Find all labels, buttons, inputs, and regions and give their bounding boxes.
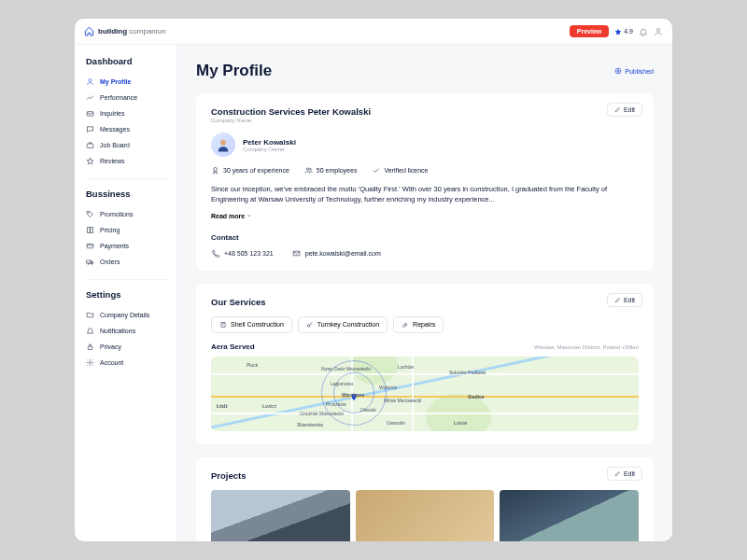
- sidebar-item-pricing[interactable]: Pricing: [86, 222, 169, 238]
- main-content: My Profile Published Edit Construction S…: [177, 45, 672, 541]
- stat-licence: Verified licence: [372, 166, 428, 175]
- map-city: Sokołów Podlaski: [449, 370, 486, 375]
- sidebar-item-label: Reviews: [100, 158, 124, 164]
- edit-projects-button[interactable]: Edit: [607, 467, 642, 481]
- award-icon: [211, 166, 219, 175]
- people-icon: [304, 166, 313, 175]
- sidebar-item-performance[interactable]: Performance: [86, 90, 169, 105]
- project-thumbnail[interactable]: [500, 490, 639, 542]
- service-chip[interactable]: Repairs: [393, 316, 444, 333]
- company-card: Edit Construction Services Peter Kowalsk…: [196, 93, 654, 271]
- company-name-sub: Company Name: [211, 118, 639, 123]
- sidebar-item-label: Payments: [100, 243, 129, 249]
- pencil-icon: [614, 470, 621, 477]
- read-more-link[interactable]: Read more: [211, 213, 252, 219]
- sidebar-item-label: Performance: [100, 94, 137, 101]
- user-icon: [86, 77, 94, 86]
- bell-icon: [639, 27, 648, 36]
- nav-header-dashboard: Dashboard: [86, 56, 169, 66]
- svg-point-12: [220, 140, 226, 146]
- star-icon: [86, 157, 94, 165]
- person-photo-icon: [215, 136, 232, 153]
- check-icon: [372, 166, 380, 175]
- map-road: [211, 373, 639, 375]
- sidebar-item-my-profile[interactable]: My Profile: [86, 74, 169, 90]
- stat-label: 50 employees: [317, 167, 358, 174]
- sidebar-item-job-board[interactable]: Job Board: [86, 137, 169, 153]
- notifications-button[interactable]: [639, 23, 648, 40]
- nav-header-business: Bussiness: [86, 189, 169, 199]
- area-served-label: Aera Served: [211, 343, 255, 351]
- sidebar-item-account[interactable]: Account: [86, 355, 169, 371]
- stat-label: 30 years of experience: [223, 167, 289, 174]
- sidebar-item-payments[interactable]: Payments: [86, 238, 169, 254]
- map-city: Legionowo: [331, 381, 353, 386]
- sidebar-item-label: Privacy: [100, 343, 121, 350]
- svg-point-4: [89, 213, 90, 214]
- sidebar-item-label: Promotions: [100, 211, 133, 217]
- sidebar-item-company-details[interactable]: Company Details: [86, 307, 169, 323]
- rating-value: 4.9: [624, 28, 633, 35]
- owner-name: Peter Kowalski: [243, 138, 296, 147]
- contact-email: pete.kowalski@email.com: [292, 249, 381, 258]
- published-badge: Published: [614, 67, 654, 75]
- nav-divider: [86, 279, 169, 280]
- map-city: Łuków: [454, 420, 467, 426]
- nav-header-settings: Settings: [86, 289, 169, 300]
- map-city: Lochów: [398, 364, 414, 370]
- sidebar-item-label: Notifications: [100, 328, 135, 334]
- contact-label: Contact: [211, 233, 639, 242]
- published-label: Published: [625, 68, 654, 75]
- account-button[interactable]: [654, 23, 663, 40]
- preview-button[interactable]: Preview: [570, 25, 609, 37]
- map-city: Otwock: [360, 407, 376, 413]
- sidebar-item-reviews[interactable]: Reviews: [86, 153, 169, 169]
- phone-icon: [211, 249, 219, 258]
- sidebar-item-privacy[interactable]: Privacy: [86, 339, 169, 355]
- topbar: building companion Preview 4.9: [75, 19, 672, 45]
- inbox-icon: [86, 109, 94, 118]
- map-highway: [211, 396, 639, 398]
- project-thumbnail[interactable]: [211, 490, 350, 542]
- sidebar-item-label: Company Details: [100, 312, 149, 318]
- sidebar-item-orders[interactable]: Orders: [86, 254, 169, 270]
- area-served-map[interactable]: Płock Nowy Dwór Mazowiecki Lochów Sokołó…: [211, 357, 639, 431]
- service-chip[interactable]: Turnkey Construction: [298, 316, 388, 333]
- edit-label: Edit: [624, 470, 635, 477]
- edit-company-button[interactable]: Edit: [607, 103, 642, 117]
- contact-phone: +48 505 123 321: [211, 249, 274, 258]
- sidebar-item-notifications[interactable]: Notifications: [86, 323, 169, 339]
- edit-label: Edit: [624, 297, 635, 303]
- owner-sub: Company Owner: [243, 147, 296, 152]
- svg-point-8: [92, 263, 92, 264]
- map-city: Łódź: [217, 403, 228, 409]
- sidebar-item-messages[interactable]: Messages: [86, 121, 169, 137]
- area-served-desc: Warsaw, Masovian District, Poland +50km: [534, 344, 639, 350]
- email-value: pete.kowalski@email.com: [305, 250, 381, 257]
- projects-title: Projects: [211, 470, 639, 481]
- phone-value: +48 505 123 321: [224, 250, 274, 257]
- svg-point-0: [656, 28, 659, 31]
- brand-logo[interactable]: building companion: [84, 26, 165, 36]
- folder-icon: [86, 311, 94, 319]
- sidebar-item-inquiries[interactable]: Inquiries: [86, 105, 169, 121]
- services-title: Our Services: [211, 297, 639, 307]
- svg-point-13: [214, 168, 218, 172]
- sidebar: Dashboard My Profile Performance Inquiri…: [75, 45, 177, 541]
- company-bio: Since our inception, we've embraced the …: [211, 184, 639, 205]
- edit-services-button[interactable]: Edit: [607, 293, 642, 307]
- svg-point-7: [88, 263, 89, 264]
- service-chip[interactable]: Shell Construction: [211, 316, 292, 333]
- stat-label: Verified licence: [384, 167, 428, 174]
- map-city: Nowy Dwór Mazowiecki: [321, 366, 371, 371]
- building-logo-icon: [84, 26, 94, 36]
- project-thumbnail[interactable]: [356, 490, 495, 542]
- wrench-icon: [402, 321, 409, 329]
- rating-badge[interactable]: 4.9: [614, 28, 633, 35]
- bell-icon: [86, 327, 94, 335]
- pencil-icon: [614, 297, 621, 303]
- sidebar-item-promotions[interactable]: Promotions: [86, 206, 169, 222]
- svg-point-15: [309, 168, 311, 170]
- globe-icon: [614, 67, 622, 75]
- key-icon: [306, 321, 314, 329]
